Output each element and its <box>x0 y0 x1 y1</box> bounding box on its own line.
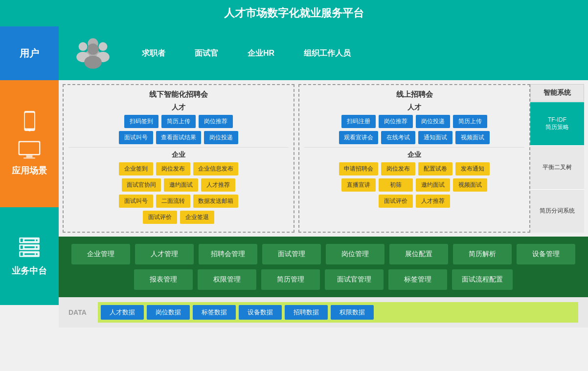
sidebar-biz-label: 业务中台 <box>12 265 47 277</box>
offline-company-title: 企业 <box>68 151 289 159</box>
btn-invite-interview[interactable]: 邀约面试 <box>164 178 198 192</box>
btn-interview-collab[interactable]: 面试官协同 <box>122 178 161 192</box>
btn-online-exam[interactable]: 在线考试 <box>381 131 415 144</box>
biz-tag-mgmt[interactable]: 标签管理 <box>388 269 447 290</box>
btn-notify-interview[interactable]: 通知面试 <box>418 131 452 144</box>
sidebar-users: 用户 <box>0 26 59 80</box>
page-title: 人才市场数字化就业服务平台 <box>224 7 364 19</box>
offline-talent-btns2: 面试叫号 查看面试结果 岗位投递 <box>68 131 289 144</box>
btn-publish-notice[interactable]: 发布通知 <box>455 162 490 175</box>
online-title: 线上招聘会 <box>304 90 524 99</box>
online-talent-title: 人才 <box>304 103 524 112</box>
offline-company-btns2: 面试官协同 邀约面试 人才推荐 <box>68 178 289 192</box>
btn-second-interview[interactable]: 二面流转 <box>156 195 190 208</box>
svg-point-25 <box>87 44 98 55</box>
biz-resume-parse[interactable]: 简历解析 <box>453 244 512 264</box>
btn-resume-upload[interactable]: 简历上传 <box>161 115 196 128</box>
svg-rect-18 <box>36 253 37 255</box>
svg-rect-4 <box>20 142 39 154</box>
svg-rect-5 <box>26 155 33 157</box>
btn-config-paper[interactable]: 配置试卷 <box>418 162 452 175</box>
svg-point-21 <box>79 42 88 51</box>
biz-talent-mgmt[interactable]: 人才管理 <box>135 244 194 264</box>
btn-online-post-job[interactable]: 岗位发布 <box>381 162 415 175</box>
content-area: 求职者 面试官 企业HR 组织工作人员 线下智能化招聘会 人才 扫码签到 简历上… <box>59 26 588 327</box>
btn-scan-register[interactable]: 扫码注册 <box>341 115 376 128</box>
btn-interview-eval[interactable]: 面试评价 <box>143 211 177 224</box>
offline-section: 线下智能化招聘会 人才 扫码签到 简历上传 岗位推荐 面试叫号 查看面试结果 岗… <box>63 84 294 233</box>
btn-video-interview-talent[interactable]: 视频面试 <box>455 131 490 144</box>
data-recruitment[interactable]: 招聘数据 <box>285 305 328 320</box>
btn-apply-fair[interactable]: 申请招聘会 <box>339 162 378 175</box>
data-job[interactable]: 岗位数据 <box>147 305 190 320</box>
btn-talent-recommend[interactable]: 人才推荐 <box>201 178 235 192</box>
svg-rect-1 <box>24 113 34 129</box>
data-items-container: 人才数据 岗位数据 标签数据 设备数据 招聘数据 权限数据 <box>98 302 578 323</box>
btn-job-recommend[interactable]: 岗位推荐 <box>199 115 233 128</box>
btn-job-apply[interactable]: 岗位投递 <box>204 131 238 144</box>
biz-booth-config[interactable]: 展位配置 <box>389 244 448 264</box>
biz-job-mgmt[interactable]: 岗位管理 <box>326 244 384 264</box>
data-talent[interactable]: 人才数据 <box>101 305 144 320</box>
biz-company-mgmt[interactable]: 企业管理 <box>71 244 130 264</box>
offline-title: 线下智能化招聘会 <box>68 90 289 99</box>
data-layer-row: DATA 人才数据 岗位数据 标签数据 设备数据 招聘数据 权限数据 <box>59 297 588 327</box>
btn-online-eval[interactable]: 面试评价 <box>379 195 413 208</box>
role-seeker: 求职者 <box>142 48 165 59</box>
smart-item-tokenizer[interactable]: 简历分词系统 <box>530 189 584 233</box>
biz-fair-mgmt[interactable]: 招聘会管理 <box>199 244 257 264</box>
people-group-icon <box>73 36 113 70</box>
biz-interview-mgmt[interactable]: 面试管理 <box>262 244 321 264</box>
btn-interview-call[interactable]: 面试叫号 <box>119 131 153 144</box>
btn-data-email[interactable]: 数据发送邮箱 <box>193 195 238 208</box>
offline-talent-btns: 扫码签到 简历上传 岗位推荐 <box>68 115 289 128</box>
data-device[interactable]: 设备数据 <box>239 305 282 320</box>
smart-system-panel: 智能系统 TF-IDF简历策略 平衡二叉树 简历分词系统 <box>530 84 584 233</box>
smart-system-header: 智能系统 <box>530 84 584 102</box>
biz-resume-mgmt[interactable]: 简历管理 <box>261 269 320 290</box>
svg-rect-9 <box>24 240 35 241</box>
btn-scan-signin[interactable]: 扫码签到 <box>124 115 158 128</box>
btn-initial-screen[interactable]: 初筛 <box>379 178 413 192</box>
sidebar-users-label: 用户 <box>20 47 39 60</box>
btn-company-info[interactable]: 企业信息发布 <box>193 162 238 175</box>
svg-rect-16 <box>21 253 23 256</box>
data-tag[interactable]: 标签数据 <box>193 305 236 320</box>
offline-company-btns1: 企业签到 岗位发布 企业信息发布 <box>68 162 289 175</box>
svg-rect-13 <box>24 246 35 248</box>
btn-company-signout[interactable]: 企业签退 <box>180 211 214 224</box>
online-company-btns1: 申请招聘会 岗位发布 配置试卷 发布通知 <box>304 162 524 175</box>
biz-permission-mgmt[interactable]: 权限管理 <box>198 269 256 290</box>
phone-icon <box>21 111 38 135</box>
btn-online-resume-upload[interactable]: 简历上传 <box>453 115 487 128</box>
btn-online-job-apply[interactable]: 岗位投递 <box>416 115 450 128</box>
btn-interview-call2[interactable]: 面试叫号 <box>119 195 153 208</box>
btn-post-job[interactable]: 岗位发布 <box>156 162 190 175</box>
btn-online-job-rec[interactable]: 岗位推荐 <box>379 115 413 128</box>
btn-online-talent-rec[interactable]: 人才推荐 <box>416 195 450 208</box>
user-roles-row: 求职者 面试官 企业HR 组织工作人员 <box>59 26 588 80</box>
svg-rect-10 <box>36 240 37 241</box>
biz-device-mgmt[interactable]: 设备管理 <box>517 244 575 264</box>
sidebar-app-label: 应用场景 <box>12 165 47 176</box>
server-icon <box>17 236 42 260</box>
data-permission[interactable]: 权限数据 <box>331 305 374 320</box>
btn-watch-presentation[interactable]: 观看宣讲会 <box>339 131 378 144</box>
svg-point-26 <box>84 56 102 69</box>
btn-live-present[interactable]: 直播宣讲 <box>341 178 376 192</box>
svg-rect-12 <box>21 245 23 249</box>
btn-online-invite-interview[interactable]: 邀约面试 <box>416 178 450 192</box>
btn-video-interview-company[interactable]: 视频面试 <box>453 178 487 192</box>
smart-item-avl[interactable]: 平衡二叉树 <box>530 145 584 189</box>
svg-rect-6 <box>23 157 35 158</box>
biz-report-mgmt[interactable]: 报表管理 <box>134 269 193 290</box>
desktop-icon <box>17 140 42 160</box>
btn-company-signin[interactable]: 企业签到 <box>119 162 153 175</box>
btn-view-interview-result[interactable]: 查看面试结果 <box>156 131 201 144</box>
biz-platform-row: 企业管理 人才管理 招聘会管理 面试管理 岗位管理 展位配置 简历解析 设备管理… <box>59 237 588 297</box>
smart-item-tfidf[interactable]: TF-IDF简历策略 <box>530 102 584 145</box>
biz-interviewer-mgmt[interactable]: 面试官管理 <box>325 269 384 290</box>
svg-point-2 <box>28 129 30 131</box>
biz-interview-flow-config[interactable]: 面试流程配置 <box>452 269 513 290</box>
svg-rect-14 <box>36 246 37 248</box>
